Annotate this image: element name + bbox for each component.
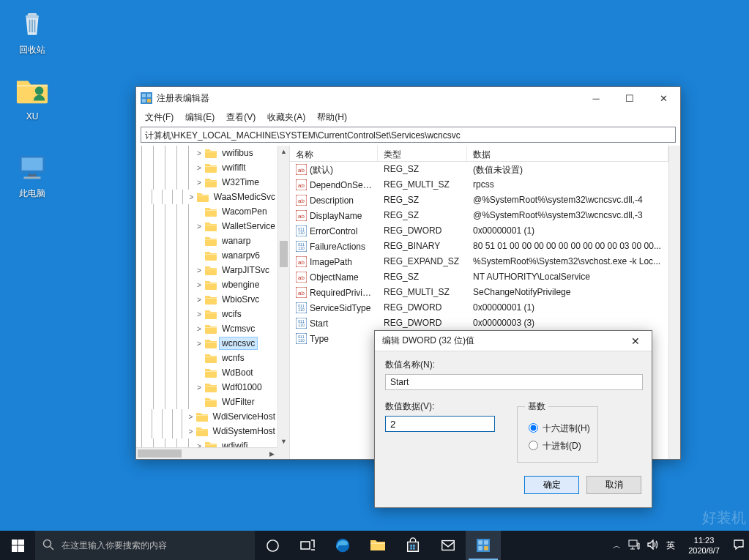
tree-item[interactable]: >wbengine (136, 277, 277, 292)
tree-item[interactable]: >wcifs (136, 307, 277, 321)
listview-row[interactable]: 011110StartREG_DWORD0x00000003 (3) (290, 316, 668, 331)
tree-item[interactable]: >wcncsvc (136, 336, 277, 351)
menu-edit[interactable]: 编辑(E) (179, 109, 220, 125)
titlebar[interactable]: 注册表编辑器 ─ ☐ ✕ (136, 87, 680, 109)
tree-item[interactable]: >WalletService (136, 219, 277, 234)
tree-scrollbar-v[interactable]: ▲▼ (277, 146, 289, 447)
listview-header[interactable]: 名称 类型 数据 (290, 146, 668, 162)
tree-item[interactable]: >wdiwifi (136, 438, 277, 447)
tree-twisty-icon[interactable]: > (187, 193, 195, 201)
listview-row[interactable]: abRequiredPrivile...REG_MULTI_SZSeChange… (290, 285, 668, 300)
tree-item[interactable]: >W32Time (136, 175, 277, 190)
radio-hex-label[interactable]: 十六进制(H) (525, 421, 590, 435)
taskbar-regedit[interactable] (466, 531, 501, 560)
col-data[interactable]: 数据 (467, 146, 668, 161)
tree-twisty-icon[interactable]: > (195, 442, 204, 448)
radio-hex[interactable] (529, 423, 538, 433)
col-name[interactable]: 名称 (290, 146, 378, 161)
tree-item[interactable]: wcnfs (136, 351, 277, 365)
listview-row[interactable]: 011110ErrorControlREG_DWORD0x00000001 (1… (290, 223, 668, 239)
tray-network-icon[interactable] (628, 540, 640, 552)
listview-row[interactable]: ab(默认)REG_SZ(数值未设置) (290, 162, 668, 177)
tree-twisty-icon[interactable]: > (195, 223, 204, 231)
start-button[interactable] (0, 531, 35, 560)
tree-twisty-icon[interactable]: > (195, 266, 204, 275)
folder-icon (205, 163, 217, 173)
tree-item[interactable]: wanarp (136, 234, 277, 248)
tree-twisty-icon[interactable]: > (195, 325, 204, 333)
taskbar-edge[interactable] (325, 531, 360, 560)
tree-twisty-icon[interactable]: > (195, 296, 204, 304)
tree-item[interactable]: >WdiServiceHost (136, 409, 277, 424)
taskbar-clock[interactable]: 11:23 2020/8/7 (682, 535, 726, 556)
cancel-button[interactable]: 取消 (586, 476, 641, 494)
dialog-titlebar[interactable]: 编辑 DWORD (32 位)值 ✕ (375, 331, 652, 351)
close-button[interactable]: ✕ (646, 87, 680, 109)
tree-twisty-icon[interactable]: > (195, 164, 204, 172)
address-bar[interactable]: 计算机\HKEY_LOCAL_MACHINE\SYSTEM\CurrentCon… (141, 127, 676, 143)
minimize-button[interactable]: ─ (579, 87, 613, 109)
value-name-field[interactable]: Start (385, 374, 643, 390)
taskbar-explorer[interactable] (360, 531, 395, 560)
tray-chevron-up-icon[interactable]: ︿ (613, 540, 621, 551)
svg-text:ab: ab (298, 290, 305, 296)
tree-item[interactable]: wanarpv6 (136, 248, 277, 263)
tree-scrollbar-h[interactable]: ◀▶ (136, 447, 277, 459)
tree-view[interactable]: >vwifibus>vwififlt>W32Time>WaaSMedicSvcW… (136, 146, 290, 459)
taskbar-mail[interactable] (431, 531, 466, 560)
menu-view[interactable]: 查看(V) (220, 109, 261, 125)
string-value-icon: ab (296, 195, 307, 206)
desktop-icon-this-pc[interactable]: 此电脑 (4, 149, 60, 200)
tree-item[interactable]: >Wcmsvc (136, 321, 277, 336)
listview-row[interactable]: abObjectNameREG_SZNT AUTHORITY\LocalServ… (290, 269, 668, 285)
radio-dec[interactable] (529, 441, 538, 450)
tree-item-label: WaaSMedicSvc (212, 191, 277, 203)
tree-item[interactable]: >WarpJITSvc (136, 263, 277, 277)
radio-dec-label[interactable]: 十进制(D) (525, 438, 590, 452)
tree-twisty-icon[interactable]: > (195, 149, 204, 157)
listview-row[interactable]: 011110FailureActionsREG_BINARY80 51 01 0… (290, 239, 668, 254)
tree-twisty-icon[interactable]: > (195, 384, 204, 392)
value-data-input[interactable] (385, 416, 495, 432)
menu-help[interactable]: 帮助(H) (311, 109, 353, 125)
listview-row[interactable]: abDependOnSer...REG_MULTI_SZrpcss (290, 177, 668, 193)
cortana-button[interactable] (255, 531, 290, 560)
tray-volume-icon[interactable] (647, 540, 659, 552)
search-box[interactable]: 在这里输入你要搜索的内容 (35, 531, 255, 560)
task-view-button[interactable] (290, 531, 325, 560)
svg-text:ab: ab (298, 167, 305, 173)
menu-favorites[interactable]: 收藏夹(A) (261, 109, 311, 125)
listview-row[interactable]: abDisplayNameREG_SZ@%SystemRoot%\system3… (290, 208, 668, 223)
dialog-close-button[interactable]: ✕ (619, 331, 652, 351)
tree-item[interactable]: WacomPen (136, 204, 277, 219)
tray-action-center-icon[interactable] (733, 539, 745, 553)
col-type[interactable]: 类型 (378, 146, 467, 161)
tree-item[interactable]: >Wdf01000 (136, 380, 277, 395)
tree-item[interactable]: WdBoot (136, 365, 277, 380)
tree-item[interactable]: >vwififlt (136, 160, 277, 175)
tree-item[interactable]: >WbioSrvc (136, 292, 277, 307)
tree-item[interactable]: >WaaSMedicSvc (136, 190, 277, 204)
binary-value-icon: 011110 (296, 333, 307, 344)
recycle-bin-icon (15, 6, 50, 41)
tree-twisty-icon[interactable]: > (195, 340, 204, 348)
ok-button[interactable]: 确定 (524, 476, 579, 494)
tray-ime[interactable]: 英 (666, 540, 675, 552)
listview-row[interactable]: 011110ServiceSidTypeREG_DWORD0x00000001 … (290, 300, 668, 316)
tree-twisty-icon[interactable]: > (187, 413, 194, 421)
listview-row[interactable]: abDescriptionREG_SZ@%SystemRoot%\system3… (290, 193, 668, 208)
tree-twisty-icon[interactable]: > (195, 310, 204, 318)
tree-item[interactable]: >vwifibus (136, 146, 277, 160)
menu-file[interactable]: 文件(F) (139, 109, 179, 125)
tree-twisty-icon[interactable]: > (195, 179, 204, 187)
desktop-icon-recycle-bin[interactable]: 回收站 (4, 6, 60, 56)
maximize-button[interactable]: ☐ (613, 87, 646, 109)
listview-row[interactable]: abImagePathREG_EXPAND_SZ%SystemRoot%\Sys… (290, 254, 668, 269)
tree-item[interactable]: WdFilter (136, 395, 277, 409)
tree-item[interactable]: >WdiSystemHost (136, 424, 277, 438)
desktop-icon-user-folder[interactable]: XU (4, 73, 60, 122)
listview-scrollbar-v[interactable] (668, 146, 680, 459)
taskbar-store[interactable] (395, 531, 431, 560)
tree-twisty-icon[interactable]: > (195, 281, 204, 289)
tree-twisty-icon[interactable]: > (187, 428, 194, 436)
